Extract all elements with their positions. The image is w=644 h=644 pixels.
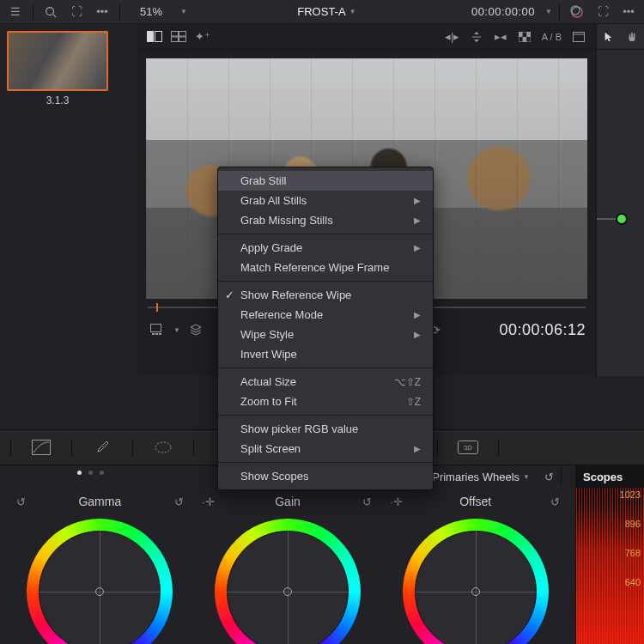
scopes-panel: Scopes 1023896768640 <box>575 465 644 644</box>
scope-waveform[interactable]: 1023896768640 <box>576 488 644 644</box>
wheel-gamma: ↺Gamma↺ <box>9 491 191 644</box>
wheel-gain: ·✛Gain↺ <box>197 491 380 644</box>
viewer-context-menu: Grab StillGrab All Stills▶Grab Missing S… <box>217 167 434 490</box>
menu-item[interactable]: Show picker RGB value <box>218 419 433 439</box>
primaries-mode-dropdown[interactable]: Primaries Wheels ▼ <box>432 471 530 483</box>
menu-item[interactable]: Apply Grade▶ <box>218 238 433 258</box>
chevron-down-icon[interactable]: ▼ <box>173 326 180 334</box>
split-screen-icon[interactable] <box>168 27 189 46</box>
playhead[interactable] <box>156 303 158 312</box>
menu-item[interactable]: Grab Still <box>218 171 433 191</box>
hand-tool-icon[interactable] <box>622 27 642 46</box>
menu-item[interactable]: Show Scopes <box>218 466 433 486</box>
menu-item[interactable]: Match Reference Wipe Frame <box>218 258 433 277</box>
svg-point-2 <box>572 7 582 17</box>
chevron-down-icon: ▼ <box>349 8 356 15</box>
svg-rect-18 <box>152 333 155 335</box>
image-wipe-icon[interactable] <box>144 27 165 46</box>
expand-icon[interactable]: ⛶ <box>66 3 87 21</box>
menu-item[interactable]: ✓Show Reference Wipe <box>218 285 433 305</box>
more-icon[interactable]: ••• <box>92 3 112 21</box>
wheel-label: Offset <box>404 495 546 508</box>
gallery-view-icon[interactable] <box>568 27 589 46</box>
wheel-offset: ·✛Offset↺ <box>384 491 567 644</box>
svg-rect-7 <box>179 32 186 37</box>
wipe-diagonal-icon[interactable]: ▸◂ <box>490 27 511 46</box>
menu-item[interactable]: Grab Missing Stills▶ <box>218 210 433 230</box>
tool-strip <box>596 24 644 50</box>
list-icon[interactable]: ☰ <box>5 3 26 21</box>
stills-gallery: 3.1.3 <box>0 24 137 438</box>
color-wheel[interactable] <box>27 519 173 644</box>
svg-rect-6 <box>172 32 179 37</box>
reset-icon[interactable]: ↺ <box>358 492 375 511</box>
reset-icon[interactable]: ↺ <box>538 467 559 486</box>
chevron-down-icon[interactable]: ▼ <box>180 8 187 15</box>
viewer-zoom[interactable]: 51% <box>127 5 175 18</box>
still-thumbnail[interactable] <box>7 31 108 91</box>
eyedropper-icon[interactable] <box>81 438 124 457</box>
source-timecode[interactable]: 00:00:00:00 <box>466 5 540 18</box>
chevron-down-icon[interactable]: ▼ <box>545 8 552 15</box>
svg-point-22 <box>155 442 171 453</box>
color-management-icon[interactable] <box>567 3 587 21</box>
svg-rect-17 <box>151 325 161 332</box>
svg-point-0 <box>46 7 54 15</box>
layers-icon[interactable] <box>185 320 206 339</box>
primaries-mode-label: Primaries Wheels <box>432 471 519 483</box>
search-icon[interactable] <box>40 3 61 21</box>
picker-icon[interactable]: ·✛ <box>387 492 404 511</box>
menu-item[interactable]: Reference Mode▶ <box>218 305 433 325</box>
wipe-vertical-icon[interactable] <box>466 27 487 46</box>
curves-icon[interactable] <box>20 438 63 457</box>
pointer-tool-icon[interactable] <box>598 27 619 46</box>
scope-tick: 640 <box>625 577 641 587</box>
scope-tick: 1023 <box>620 489 641 500</box>
thumbnail-mode-icon[interactable] <box>148 320 168 339</box>
clip-name-label: FROST-A <box>297 5 345 18</box>
chevron-down-icon: ▼ <box>523 473 530 481</box>
picker-icon[interactable]: ·✛ <box>200 492 217 511</box>
svg-rect-14 <box>522 37 526 42</box>
svg-rect-20 <box>159 333 161 335</box>
menu-item[interactable]: Grab All Stills▶ <box>218 191 433 210</box>
node-dot[interactable] <box>616 213 628 225</box>
menu-item[interactable]: Wipe Style▶ <box>218 325 433 344</box>
more-icon[interactable]: ••• <box>618 3 639 21</box>
wipe-horizontal-icon[interactable]: ◂|▸ <box>442 27 463 46</box>
color-wheels-row: ↺Gamma↺·✛Gain↺·✛Offset↺ <box>0 488 575 644</box>
svg-rect-4 <box>147 31 154 42</box>
menu-item[interactable]: Split Screen▶ <box>218 439 433 459</box>
svg-text:3D: 3D <box>464 444 472 452</box>
color-wheel[interactable] <box>403 519 549 644</box>
scope-tick: 768 <box>625 548 641 558</box>
reset-icon[interactable]: ↺ <box>12 492 29 511</box>
node-graph[interactable] <box>596 50 644 376</box>
svg-line-1 <box>53 14 57 17</box>
svg-rect-9 <box>179 37 186 42</box>
svg-rect-12 <box>519 32 523 37</box>
scopes-title: Scopes <box>576 465 644 488</box>
svg-rect-5 <box>155 32 162 42</box>
menu-item[interactable]: Zoom to Fit⇧Z <box>218 392 433 411</box>
shape-mask-icon[interactable] <box>142 438 185 457</box>
menu-item[interactable]: Actual Size⌥⇧Z <box>218 372 433 392</box>
top-toolbar: ☰ ⛶ ••• 51% ▼ FROST-A ▼ 00:00:00:00 ▼ ⛶ … <box>0 0 644 24</box>
checkerboard-icon[interactable] <box>514 27 535 46</box>
wheel-label: Gamma <box>29 495 171 508</box>
svg-rect-15 <box>574 32 585 41</box>
scope-tick: 896 <box>625 519 641 529</box>
reset-icon[interactable]: ↺ <box>171 492 188 511</box>
color-wheel[interactable] <box>215 519 361 644</box>
reset-icon[interactable]: ↺ <box>546 492 563 511</box>
clip-name[interactable]: FROST-A ▼ <box>297 5 355 18</box>
magic-wand-icon[interactable]: ✦⁺ <box>192 27 213 46</box>
expand-icon[interactable]: ⛶ <box>592 3 613 21</box>
ab-compare-label[interactable]: A / B <box>538 32 565 42</box>
svg-rect-19 <box>155 333 158 335</box>
svg-rect-13 <box>526 32 531 37</box>
svg-rect-8 <box>172 37 179 42</box>
current-timecode[interactable]: 00:00:06:12 <box>499 321 586 339</box>
3d-icon[interactable]: 3D <box>447 438 489 457</box>
menu-item[interactable]: Invert Wipe <box>218 344 433 364</box>
